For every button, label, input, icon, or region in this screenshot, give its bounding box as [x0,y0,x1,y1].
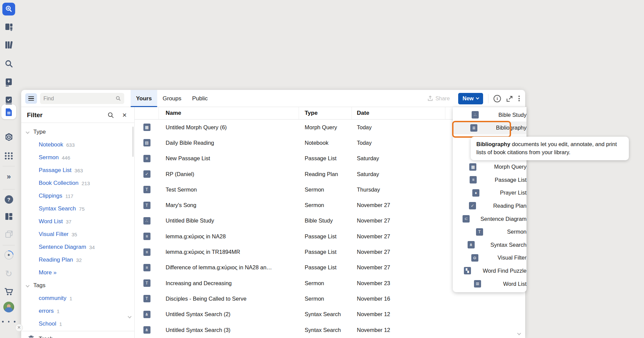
tab-yours[interactable]: Yours [131,90,157,107]
table-row[interactable]: TDisciples - Being Called to ServeSermon… [135,291,525,306]
document-name[interactable]: Untitled Bible Study [159,213,299,229]
filter-section-label: Tags [33,282,45,289]
new-button[interactable]: New [458,93,483,104]
filter-item-label[interactable]: Word List [39,218,63,225]
filter-item[interactable]: Book Collection213 [21,177,134,190]
ai-sparkle-icon[interactable]: ✦ [0,250,18,260]
filter-item-label[interactable]: Reading Plan [39,257,73,263]
account-avatar[interactable] [0,302,18,312]
layouts-icon[interactable] [0,212,18,221]
info-icon[interactable]: i [494,95,501,102]
bible-icon[interactable] [0,78,18,87]
filter-section-type[interactable]: Type [21,126,134,138]
filter-item[interactable]: Word List37 [21,215,134,228]
filter-item[interactable]: Sermon446 [21,151,134,164]
filter-item-label[interactable]: Clippings [39,193,62,199]
filter-item-label[interactable]: Syntax Search [39,205,76,212]
filter-item-label[interactable]: Notebook [39,141,63,148]
find-input[interactable] [43,96,116,102]
filter-item[interactable]: School1 [21,317,134,330]
document-type: Notebook [299,135,352,150]
document-name[interactable]: lemma.g:κύριος in TR1894MR [159,244,299,260]
table-row[interactable]: ⋔Untitled Syntax Search (2)Syntax Search… [135,307,525,322]
row-icon-cell: T [135,182,159,197]
filter-search-icon[interactable] [108,112,114,119]
tab-public[interactable]: Public [187,90,213,107]
type-column-header[interactable]: Type [299,107,352,119]
filter-item-label[interactable]: Sentence Diagram [39,244,86,250]
document-name[interactable]: Untitled Syntax Search (2) [159,307,299,322]
document-name[interactable]: Increasing and Decreasing [159,275,299,291]
icon-column-header [135,107,159,119]
trash-item[interactable]: Trash [21,331,134,338]
document-name[interactable]: lemma.g:κύριος in NA28 [159,229,299,244]
menu-item-bible-study[interactable]: ∴Bible Study [453,108,527,122]
table-row[interactable]: ⋔Untitled Syntax Search (3)Syntax Search… [135,322,525,338]
document-name[interactable]: Difference of lemma.g:κύριος in NA28 an… [159,260,299,275]
menu-item-visual-filter[interactable]: ⊖Visual Filter [453,251,527,265]
document-date: November 23 [352,275,445,291]
menu-item-morph-query[interactable]: ▦Morph Query [453,160,527,173]
filter-item[interactable]: community1 [21,292,134,305]
search-icon[interactable] [0,59,18,68]
filter-item-label[interactable]: School [39,320,56,327]
expand-rail-icon[interactable]: » [0,172,18,181]
guides-compass-icon[interactable] [0,133,18,142]
tab-groups[interactable]: Groups [157,90,187,107]
name-column-header[interactable]: Name [159,107,299,119]
row-icon-cell: ▦ [135,120,159,135]
filter-item[interactable]: Visual Filter35 [21,228,134,241]
sidebar-scrollbar[interactable] [132,127,134,157]
filter-item-label[interactable]: Passage List [39,167,71,174]
menu-item-prayer-list[interactable]: ♦Prayer List [453,187,527,200]
filter-item[interactable]: Syntax Search75 [21,202,134,215]
filter-more-link[interactable]: More » [21,266,134,279]
filter-item[interactable]: Reading Plan32 [21,253,134,266]
dashboard-icon[interactable] [0,22,18,31]
document-name[interactable]: Untitled Syntax Search (3) [159,322,299,338]
menu-item-sermon[interactable]: TSermon [453,225,527,238]
chevron-down-icon [476,96,479,100]
library-icon[interactable] [0,40,18,49]
document-name[interactable]: New Passage List [159,151,299,166]
filter-item[interactable]: Clippings117 [21,190,134,202]
filter-item-label[interactable]: Book Collection [39,180,78,187]
menu-item-label: Word List [503,281,527,287]
store-cart-icon[interactable] [0,287,18,296]
menu-item-word-find-puzzle[interactable]: ▚Word Find Puzzle [453,264,527,277]
panel-menu-button[interactable] [25,93,37,104]
filter-close-icon[interactable]: ✕ [122,112,127,119]
panel-kebab-menu-icon[interactable] [518,95,520,102]
filter-item[interactable]: Passage List363 [21,164,134,177]
document-name[interactable]: Test Sermon [159,182,299,197]
filter-item-label[interactable]: Visual Filter [39,231,69,238]
app-logo-icon[interactable] [0,3,18,15]
document-name[interactable]: Daily Bible Reading [159,135,299,150]
rail-more-menu-icon[interactable] [0,320,18,324]
filter-item-label[interactable]: Sermon [39,154,59,161]
filter-item[interactable]: errors1 [21,305,134,317]
document-name[interactable]: Untitled Morph Query (6) [159,120,299,135]
menu-item-syntax-search[interactable]: ⋔Syntax Search [453,238,527,251]
document-name[interactable]: Mary's Song [159,197,299,213]
menu-item-passage-list[interactable]: ≡Passage List [453,173,527,187]
document-name[interactable]: Disciples - Being Called to Serve [159,291,299,306]
filter-item[interactable]: Notebook633 [21,138,134,151]
menu-item-sentence-diagram[interactable]: ⊂Sentence Diagram [453,212,527,226]
apps-grid-icon[interactable] [0,151,18,160]
document-name[interactable]: RP (Daniel) [159,166,299,182]
date-column-header[interactable]: Date [352,107,445,119]
bibliography-icon: ≣ [470,124,477,132]
menu-item-word-list[interactable]: ⊞Word List [453,277,527,291]
workflow-book-icon[interactable] [0,96,18,105]
menu-item-reading-plan[interactable]: ✓Reading Plan [453,199,527,212]
filter-item-label[interactable]: community [39,295,66,302]
filter-section-tags[interactable]: Tags [21,279,134,292]
menu-item-bibliography[interactable]: ≣Bibliography [453,122,527,135]
filter-item[interactable]: Sentence Diagram34 [21,241,134,253]
collapse-sidebar-button[interactable]: ✕ [15,324,23,332]
open-in-floating-window-icon[interactable] [506,95,513,102]
help-icon[interactable]: ? [0,195,18,204]
filter-item-label[interactable]: errors [39,308,54,314]
passage-list-icon: ≡ [143,155,150,162]
